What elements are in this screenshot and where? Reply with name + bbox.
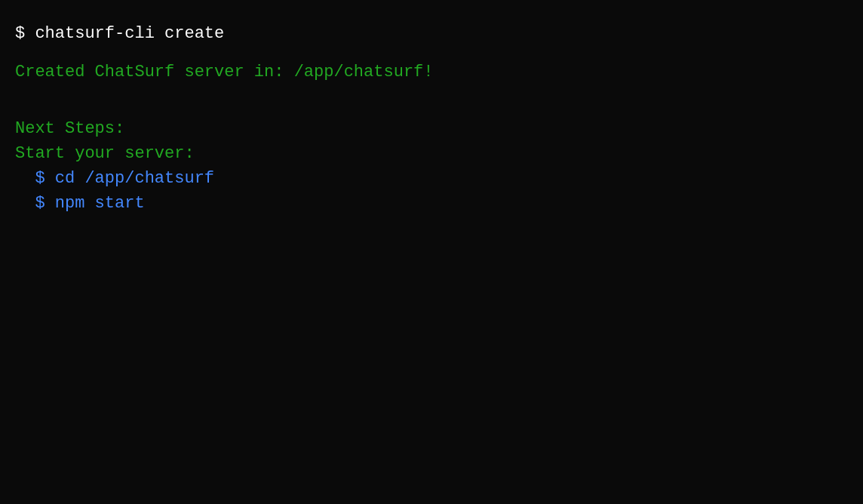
blank-line-1	[15, 98, 848, 116]
command-cd: $ cd /app/chatsurf	[15, 166, 848, 191]
prompt-command: $ chatsurf-cli create	[15, 21, 848, 46]
terminal-window: $ chatsurf-cli create Created ChatSurf s…	[0, 0, 863, 504]
next-steps-label: Next Steps:	[15, 116, 848, 141]
start-server-label: Start your server:	[15, 141, 848, 166]
created-message: Created ChatSurf server in: /app/chatsur…	[15, 60, 848, 85]
command-npm: $ npm start	[15, 191, 848, 216]
